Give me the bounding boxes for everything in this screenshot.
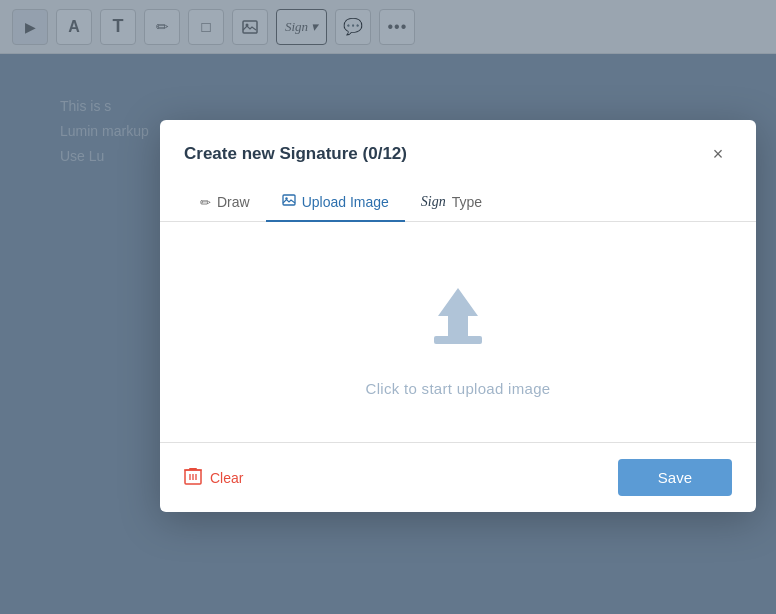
upload-icon: [418, 278, 498, 362]
tab-type[interactable]: Sign Type: [405, 184, 498, 222]
save-button[interactable]: Save: [618, 459, 732, 496]
modal-footer: Clear Save: [160, 442, 756, 512]
svg-rect-2: [283, 195, 295, 205]
clear-label: Clear: [210, 470, 243, 486]
signature-modal: Create new Signature (0/12) × ✏ Draw Upl…: [160, 120, 756, 512]
draw-tab-label: Draw: [217, 194, 250, 210]
draw-tab-icon: ✏: [200, 195, 211, 210]
modal-header: Create new Signature (0/12) ×: [160, 120, 756, 184]
trash-icon: [184, 466, 202, 490]
tab-upload-image[interactable]: Upload Image: [266, 184, 405, 222]
type-tab-icon: Sign: [421, 194, 446, 210]
svg-marker-4: [438, 288, 478, 336]
tab-draw[interactable]: ✏ Draw: [184, 184, 266, 222]
clear-button[interactable]: Clear: [184, 466, 243, 490]
modal-close-button[interactable]: ×: [704, 140, 732, 168]
signature-tabs: ✏ Draw Upload Image Sign Type: [160, 184, 756, 222]
upload-drop-zone[interactable]: Click to start upload image: [160, 222, 756, 442]
svg-rect-5: [434, 336, 482, 344]
modal-title: Create new Signature (0/12): [184, 144, 407, 164]
type-tab-label: Type: [452, 194, 482, 210]
upload-prompt-text: Click to start upload image: [366, 380, 551, 397]
upload-tab-label: Upload Image: [302, 194, 389, 210]
upload-tab-icon: [282, 194, 296, 210]
